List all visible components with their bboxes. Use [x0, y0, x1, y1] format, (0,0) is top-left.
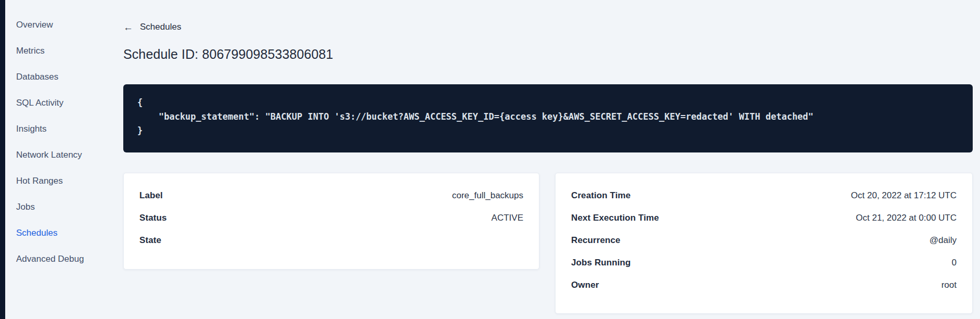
sidebar-item-schedules[interactable]: Schedules — [5, 220, 114, 246]
sidebar-item-hot-ranges[interactable]: Hot Ranges — [5, 168, 114, 194]
table-row: Owner root — [571, 274, 957, 296]
back-link-label: Schedules — [140, 22, 181, 32]
table-row: Recurrence @daily — [571, 229, 957, 251]
row-value: core_full_backups — [452, 190, 523, 201]
row-label: Recurrence — [571, 235, 621, 246]
schedule-definition-json: { "backup_statement": "BACKUP INTO 's3:/… — [137, 96, 959, 138]
row-value: root — [942, 280, 957, 290]
row-value: 0 — [952, 258, 957, 268]
left-dark-rail — [0, 0, 5, 319]
table-row: Jobs Running 0 — [571, 251, 957, 274]
schedule-definition-code-block: { "backup_statement": "BACKUP INTO 's3:/… — [123, 84, 973, 152]
detail-cards: Label core_full_backups Status ACTIVE St… — [123, 173, 973, 314]
sidebar-item-insights[interactable]: Insights — [5, 116, 114, 142]
row-label: Owner — [571, 280, 599, 290]
row-label: Status — [139, 213, 167, 223]
table-row: Next Execution Time Oct 21, 2022 at 0:00… — [571, 207, 957, 229]
row-value: Oct 21, 2022 at 0:00 UTC — [856, 213, 957, 223]
page-title: Schedule ID: 806799098533806081 — [123, 47, 333, 62]
back-arrow-icon: ← — [123, 22, 133, 32]
sidebar-item-jobs[interactable]: Jobs — [5, 194, 114, 220]
row-label: Label — [139, 190, 163, 201]
code-line: { — [137, 96, 959, 110]
code-line: "backup_statement": "BACKUP INTO 's3://b… — [137, 110, 959, 124]
row-label: Jobs Running — [571, 258, 631, 268]
sidebar-item-advanced-debug[interactable]: Advanced Debug — [5, 246, 114, 272]
table-row: Creation Time Oct 20, 2022 at 17:12 UTC — [571, 184, 957, 207]
schedule-meta-card: Creation Time Oct 20, 2022 at 17:12 UTC … — [555, 173, 973, 314]
code-line: } — [137, 124, 959, 138]
sidebar-item-databases[interactable]: Databases — [5, 64, 114, 90]
schedule-label-card: Label core_full_backups Status ACTIVE St… — [123, 173, 539, 270]
table-row: Label core_full_backups — [139, 184, 523, 207]
sidebar-item-network-latency[interactable]: Network Latency — [5, 142, 114, 168]
table-row: Status ACTIVE — [139, 207, 523, 229]
row-value: @daily — [930, 235, 957, 246]
row-value: ACTIVE — [492, 213, 523, 223]
sidebar: Overview Metrics Databases SQL Activity … — [5, 12, 114, 272]
row-value: Oct 20, 2022 at 17:12 UTC — [851, 190, 957, 201]
back-to-schedules-link[interactable]: ← Schedules — [123, 22, 181, 32]
row-label: Next Execution Time — [571, 213, 659, 223]
sidebar-item-metrics[interactable]: Metrics — [5, 38, 114, 64]
row-label: Creation Time — [571, 190, 630, 201]
sidebar-item-sql-activity[interactable]: SQL Activity — [5, 90, 114, 116]
row-label: State — [139, 235, 161, 246]
sidebar-item-overview[interactable]: Overview — [5, 12, 114, 38]
table-row: State — [139, 229, 523, 251]
